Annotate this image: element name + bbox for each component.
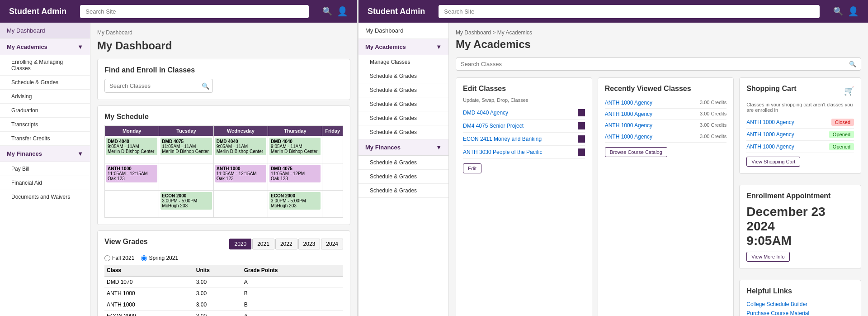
sidebar-sub-transcripts[interactable]: Transcripts: [0, 118, 90, 132]
edit-classes-card: Edit Classes Update, Swap, Drop, Classes…: [456, 77, 592, 316]
year-tab-2020[interactable]: 2020: [229, 239, 251, 249]
sidebar-sub-paybill[interactable]: Pay Bill: [0, 162, 90, 176]
recently-credits-4: 3.00 Credits: [700, 134, 726, 140]
recently-link-4[interactable]: ANTH 1000 Agency: [605, 134, 652, 140]
table-row: ECON 2000 3.00 A-: [104, 311, 343, 316]
schedule-entry-dmd4075-thu: DMD 407511:05AM - 12PMOak 123: [269, 165, 321, 182]
edit-checkbox-2[interactable]: [578, 122, 585, 129]
academics-search-input[interactable]: [461, 61, 849, 67]
schedule-entry-dmd4040-wed: DMD 40409:05AM - 11AMMerlin D Bishop Cen…: [215, 138, 266, 155]
right-user-button[interactable]: 👤: [848, 6, 859, 17]
schedule-col-tuesday: Tuesday: [159, 126, 213, 136]
fall-2021-radio-label[interactable]: Fall 2021: [104, 255, 134, 261]
year-tab-2022[interactable]: 2022: [275, 239, 297, 249]
edit-checkbox-1[interactable]: [578, 109, 585, 116]
right-sidebar-dashboard[interactable]: My Dashboard: [359, 23, 448, 39]
sidebar-sub-documents[interactable]: Documents and Waivers: [0, 190, 90, 204]
right-search-button[interactable]: 🔍: [833, 6, 843, 16]
grade-grade-3: B: [242, 299, 343, 311]
right-page-title: My Academics: [456, 38, 861, 51]
sidebar-sub-enrolling[interactable]: Enrolling & Managing Classes: [0, 55, 90, 76]
browse-catalog-button[interactable]: Browse Course Catalog: [605, 147, 667, 157]
table-row: ANTH 1000 3.00 B: [104, 288, 343, 299]
year-tab-2021[interactable]: 2021: [252, 239, 274, 249]
shopping-cart-desc: Classes in your shopping cart aren't cla…: [746, 102, 854, 113]
right-search-input[interactable]: [439, 5, 820, 18]
schedule-cell-mon-3: [105, 191, 159, 218]
sidebar-section-finances[interactable]: My Finances ▼: [0, 146, 90, 162]
sidebar-sub-transfer[interactable]: Transfer Credits: [0, 132, 90, 146]
recently-viewed-card: Recently Viewed Classes ANTH 1000 Agency…: [598, 77, 734, 316]
right-sidebar-finances-section[interactable]: My Finances ▼: [359, 139, 448, 156]
year-tab-2024[interactable]: 2024: [321, 239, 343, 249]
right-sidebar-manage[interactable]: Manage Classes: [359, 55, 448, 69]
edit-class-link-1[interactable]: DMD 4040 Agency: [463, 110, 508, 116]
find-enroll-search-icon[interactable]: 🔍: [202, 82, 209, 90]
sidebar-sub-advising[interactable]: Advising: [0, 90, 90, 104]
helpful-link-2[interactable]: Purchase Course Material: [746, 309, 854, 316]
view-shopping-cart-button[interactable]: View Shopping Cart: [746, 157, 800, 167]
fall-2021-radio[interactable]: [104, 255, 110, 261]
table-row: ANTH 1000 3.00 B: [104, 299, 343, 311]
edit-class-link-2[interactable]: DM4 4075 Senior Project: [463, 123, 524, 129]
grade-units-4: 3.00: [194, 311, 242, 316]
grade-class-2: ANTH 1000: [104, 288, 194, 299]
find-enroll-title: Find and Enroll in Classes: [104, 66, 343, 74]
right-sidebar-academics-section[interactable]: My Academics ▼: [359, 39, 448, 55]
right-sidebar-sg-2[interactable]: Schedule & Grades: [359, 83, 448, 97]
right-sidebar-sg-5[interactable]: Schedule & Grades: [359, 125, 448, 139]
find-enroll-search-input[interactable]: [104, 79, 213, 93]
edit-class-link-4[interactable]: ANTH 3030 People of the Pacific: [463, 149, 542, 155]
sidebar-section-academics[interactable]: My Academics ▼: [0, 39, 90, 55]
schedule-entry-dmd4075-tue: DMD 407511:05AM - 11AMMerlin D Bishop Ce…: [160, 138, 212, 155]
left-header: Student Admin 🔍 👤: [0, 0, 357, 23]
recently-item-1: ANTH 1000 Agency 3.00 Credits: [605, 97, 727, 109]
cart-link-2[interactable]: ANTH 1000 Agency: [746, 131, 794, 138]
schedule-row-2: ANTH 100011:05AM - 12:15AMOak 123 ANTH 1…: [105, 163, 343, 191]
sidebar-sub-schedule[interactable]: Schedule & Grades: [0, 76, 90, 90]
schedule-row-1: DMD 40409:05AM - 11AMMerlin D Bishop Cen…: [105, 136, 343, 163]
helpful-link-1[interactable]: College Schedule Builder: [746, 300, 854, 309]
recently-link-1[interactable]: ANTH 1000 Agency: [605, 100, 652, 106]
academics-search-icon[interactable]: 🔍: [849, 61, 856, 67]
left-search-button[interactable]: 🔍: [322, 6, 332, 16]
sidebar-item-dashboard[interactable]: My Dashboard: [0, 23, 90, 39]
right-search-wrap: [439, 5, 820, 18]
spring-2021-radio-label[interactable]: Spring 2021: [141, 255, 178, 261]
schedule-col-thursday: Thursday: [268, 126, 322, 136]
right-sidebar-sg-1[interactable]: Schedule & Grades: [359, 69, 448, 83]
spring-2021-radio[interactable]: [141, 255, 147, 261]
grades-card: View Grades 2020 2021 2022 2023 2024 Fal…: [97, 230, 350, 316]
recently-link-3[interactable]: ANTH 1000 Agency: [605, 122, 652, 129]
right-header: Student Admin 🔍 👤: [359, 0, 868, 23]
schedule-cell-fri-3: [322, 191, 343, 218]
edit-classes-subtitle: Update, Swap, Drop, Classes: [463, 97, 585, 103]
left-user-button[interactable]: 👤: [337, 6, 348, 17]
left-body: My Dashboard My Academics ▼ Enrolling & …: [0, 23, 357, 316]
edit-class-link-3[interactable]: ECON 2411 Money and Banking: [463, 136, 542, 142]
sidebar-sub-graduation[interactable]: Graduation: [0, 104, 90, 118]
right-sidebar-fin-3[interactable]: Schedule & Grades: [359, 184, 448, 198]
edit-checkbox-3[interactable]: [578, 135, 585, 143]
view-more-info-button[interactable]: View More Info: [746, 252, 789, 262]
left-search-input[interactable]: [80, 5, 309, 18]
cart-link-1[interactable]: ANTH 1000 Agency: [746, 119, 794, 125]
edit-classes-title: Edit Classes: [463, 85, 585, 93]
grades-title: View Grades: [104, 238, 148, 246]
right-sidebar-fin-2[interactable]: Schedule & Grades: [359, 170, 448, 184]
enrollment-card: Enrollment Appointment December 23 2024 …: [739, 185, 861, 269]
cart-item-1: ANTH 1000 Agency Closed: [746, 116, 854, 129]
sidebar-sub-financial-aid[interactable]: Financial Aid: [0, 176, 90, 190]
edit-classes-button[interactable]: Edit: [463, 163, 481, 173]
right-sidebar-sg-4[interactable]: Schedule & Grades: [359, 111, 448, 125]
right-sidebar-fin-1[interactable]: Schedule & Grades: [359, 156, 448, 170]
left-app-title: Student Admin: [9, 7, 66, 16]
schedule-entry-dmd4040-mon: DMD 40409:05AM - 11AMMerlin D Bishop Cen…: [106, 138, 157, 155]
schedule-cell-tue-1: DMD 407511:05AM - 11AMMerlin D Bishop Ce…: [159, 136, 213, 163]
right-sidebar-sg-3[interactable]: Schedule & Grades: [359, 97, 448, 111]
cart-link-3[interactable]: ANTH 1000 Agency: [746, 144, 794, 150]
shopping-cart-title-row: Shopping Cart 🛒: [746, 85, 854, 97]
year-tab-2023[interactable]: 2023: [298, 239, 321, 249]
recently-link-2[interactable]: ANTH 1000 Agency: [605, 111, 652, 117]
edit-checkbox-4[interactable]: [578, 148, 585, 156]
